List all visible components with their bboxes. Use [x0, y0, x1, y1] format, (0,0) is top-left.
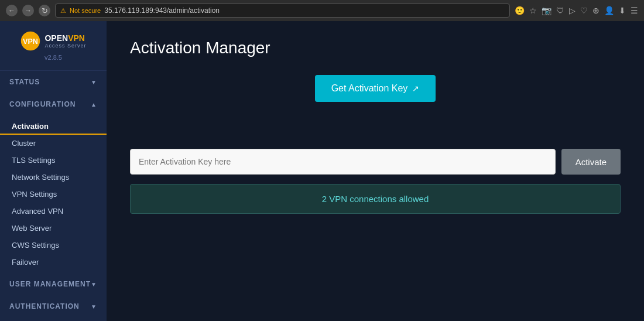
- nav-item-cluster[interactable]: Cluster: [0, 135, 107, 152]
- user-management-chevron-icon: ▼: [91, 281, 97, 288]
- status-chevron-icon: ▼: [91, 79, 97, 86]
- activate-button[interactable]: Activate: [561, 149, 621, 175]
- nav-item-network-settings[interactable]: Network Settings: [0, 169, 107, 186]
- page-title: Activation Manager: [130, 39, 621, 57]
- play-icon: ▷: [569, 6, 576, 15]
- url-text: 35.176.119.189:943/admin/activation: [104, 6, 220, 15]
- external-link-icon: ↗: [412, 84, 419, 93]
- app-container: VPN OPENVPN Access Server v2.8.5 STATUS …: [0, 21, 644, 321]
- nav-item-failover[interactable]: Failover: [0, 254, 107, 271]
- menu-icon[interactable]: ☰: [631, 6, 638, 15]
- browser-icons: 🙂 ☆ 📷 🛡 ▷ ♡ ⊕ 👤 ⬇ ☰: [515, 6, 638, 15]
- openvpn-wordmark: OPENVPN: [44, 33, 86, 43]
- user-management-label: USER MANAGEMENT: [9, 280, 91, 288]
- camera-icon: 📷: [542, 6, 551, 15]
- logo-area: VPN OPENVPN Access Server v2.8.5: [0, 21, 107, 71]
- svg-text:VPN: VPN: [23, 37, 39, 46]
- activation-row: Activate: [130, 149, 621, 175]
- configuration-submenu: Activation Cluster TLS Settings Network …: [0, 115, 107, 273]
- access-server-label: Access Server: [44, 43, 86, 49]
- reload-button[interactable]: ↻: [39, 5, 50, 16]
- configuration-chevron-icon: ▲: [91, 101, 97, 108]
- get-activation-key-button[interactable]: Get Activation Key ↗: [315, 75, 436, 102]
- get-key-label: Get Activation Key: [331, 83, 408, 94]
- authentication-chevron-icon: ▼: [91, 303, 97, 310]
- nav-section-authentication: AUTHENTICATION ▼: [0, 295, 107, 317]
- security-label: Not secure: [70, 7, 101, 14]
- nav-section-user-management: USER MANAGEMENT ▼: [0, 273, 107, 295]
- download-icon: ⬇: [619, 6, 626, 15]
- configuration-label: CONFIGURATION: [9, 100, 76, 108]
- logo-container: VPN OPENVPN Access Server: [20, 30, 86, 52]
- smiley-icon: 🙂: [515, 6, 525, 15]
- configuration-section-header[interactable]: CONFIGURATION ▲: [0, 93, 107, 115]
- main-content: Activation Manager Get Activation Key ↗ …: [107, 21, 644, 321]
- browser-chrome: ← → ↻ ⚠ Not secure 35.176.119.189:943/ad…: [0, 0, 644, 21]
- sidebar: VPN OPENVPN Access Server v2.8.5 STATUS …: [0, 21, 107, 321]
- nav-item-web-server[interactable]: Web Server: [0, 220, 107, 237]
- activation-key-input[interactable]: [130, 149, 556, 175]
- bookmark-icon: ☆: [529, 6, 537, 15]
- nav-item-cws-settings[interactable]: CWS Settings: [0, 237, 107, 254]
- user-management-section-header[interactable]: USER MANAGEMENT ▼: [0, 273, 107, 295]
- get-key-wrapper: Get Activation Key ↗: [130, 75, 621, 125]
- profile-icon: 👤: [604, 6, 614, 15]
- version-label: v2.8.5: [44, 54, 62, 61]
- nav-item-tls-settings[interactable]: TLS Settings: [0, 152, 107, 169]
- forward-button[interactable]: →: [22, 5, 34, 16]
- address-bar: ⚠ Not secure 35.176.119.189:943/admin/ac…: [55, 4, 510, 18]
- vpn-part: VPN: [68, 33, 85, 43]
- nav-item-vpn-settings[interactable]: VPN Settings: [0, 186, 107, 203]
- nav-section-configuration: CONFIGURATION ▲ Activation Cluster TLS S…: [0, 93, 107, 273]
- puzzle-icon: ⊕: [592, 6, 600, 15]
- vpn-connections-text: 2 VPN connections allowed: [322, 194, 429, 204]
- vpn-connections-banner: 2 VPN connections allowed: [130, 184, 621, 214]
- status-label: STATUS: [9, 78, 40, 86]
- logo-text: OPENVPN Access Server: [44, 33, 86, 49]
- heart-icon: ♡: [580, 6, 588, 15]
- status-section-header[interactable]: STATUS ▼: [0, 71, 107, 93]
- open-part: OPEN: [44, 33, 68, 43]
- nav-item-advanced-vpn[interactable]: Advanced VPN: [0, 203, 107, 220]
- nav-section-status: STATUS ▼: [0, 71, 107, 93]
- security-warning-icon: ⚠: [60, 7, 66, 15]
- authentication-label: AUTHENTICATION: [9, 302, 80, 310]
- back-button[interactable]: ←: [6, 5, 18, 16]
- openvpn-logo-icon: VPN: [20, 30, 41, 52]
- authentication-section-header[interactable]: AUTHENTICATION ▼: [0, 295, 107, 317]
- shield-icon: 🛡: [556, 6, 564, 15]
- nav-item-activation[interactable]: Activation: [0, 118, 107, 135]
